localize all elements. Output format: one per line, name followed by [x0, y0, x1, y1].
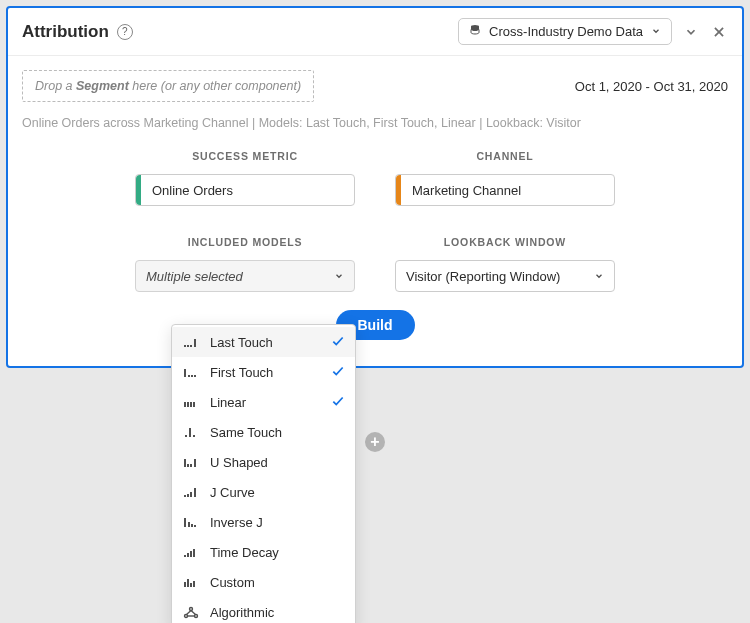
model-icon [182, 486, 200, 498]
model-icon [182, 605, 200, 619]
model-icon [182, 546, 200, 558]
model-option[interactable]: Inverse J [172, 507, 355, 537]
model-label: First Touch [210, 365, 273, 380]
svg-rect-18 [184, 459, 186, 467]
panel-title: Attribution [22, 22, 109, 42]
channel-value: Marketing Channel [412, 183, 521, 198]
svg-rect-5 [190, 345, 192, 347]
model-option[interactable]: Custom [172, 567, 355, 597]
svg-rect-37 [193, 581, 195, 587]
channel-field[interactable]: Marketing Channel [395, 174, 615, 206]
svg-line-42 [191, 611, 196, 615]
svg-rect-31 [187, 553, 189, 557]
model-label: Last Touch [210, 335, 273, 350]
add-panel-button[interactable]: + [365, 432, 385, 452]
svg-rect-6 [194, 339, 196, 347]
check-icon [331, 364, 345, 381]
lookback-window-select[interactable]: Visitor (Reporting Window) [395, 260, 615, 292]
svg-rect-32 [190, 551, 192, 557]
model-option[interactable]: Same Touch [172, 417, 355, 447]
svg-rect-11 [184, 402, 186, 407]
svg-point-39 [185, 615, 188, 618]
model-option[interactable]: Algorithmic [172, 597, 355, 623]
model-option[interactable]: J Curve [172, 477, 355, 507]
check-icon [331, 394, 345, 411]
svg-rect-27 [188, 522, 190, 527]
svg-line-41 [187, 611, 192, 615]
model-label: Algorithmic [210, 605, 274, 620]
close-icon[interactable] [710, 23, 728, 41]
model-label: Inverse J [210, 515, 263, 530]
label-included-models: INCLUDED MODELS [135, 236, 355, 254]
model-icon [182, 456, 200, 468]
model-option[interactable]: Time Decay [172, 537, 355, 567]
included-models-value: Multiple selected [146, 269, 243, 284]
metric-color-bar [136, 175, 141, 205]
svg-rect-14 [193, 402, 195, 407]
svg-rect-12 [187, 402, 189, 407]
svg-rect-7 [184, 369, 186, 377]
model-icon [182, 396, 200, 408]
success-metric-field[interactable]: Online Orders [135, 174, 355, 206]
svg-rect-3 [184, 345, 186, 347]
svg-rect-9 [191, 375, 193, 377]
svg-point-38 [190, 608, 193, 611]
build-row: Build [8, 292, 742, 366]
model-option[interactable]: Last Touch [172, 327, 355, 357]
svg-rect-20 [190, 464, 192, 467]
model-icon [182, 576, 200, 588]
svg-rect-30 [184, 555, 186, 557]
svg-rect-28 [191, 524, 193, 527]
svg-rect-33 [193, 549, 195, 557]
model-icon [182, 366, 200, 378]
model-option[interactable]: Linear [172, 387, 355, 417]
svg-rect-17 [193, 435, 195, 437]
dropzone-suffix: here (or any other component) [129, 79, 301, 93]
panel-header: Attribution ? Cross-Industry Demo Data [8, 8, 742, 56]
attribution-panel: Attribution ? Cross-Industry Demo Data D… [6, 6, 744, 368]
svg-rect-25 [194, 488, 196, 497]
svg-rect-19 [187, 464, 189, 467]
chevron-down-icon [651, 24, 661, 39]
svg-rect-16 [185, 435, 187, 437]
svg-rect-15 [189, 428, 191, 437]
model-label: Linear [210, 395, 246, 410]
panel-subtitle: Online Orders across Marketing Channel |… [8, 110, 742, 142]
svg-rect-34 [184, 582, 186, 587]
svg-point-40 [195, 615, 198, 618]
svg-rect-26 [184, 518, 186, 527]
dropzone-bold: Segment [76, 79, 129, 93]
database-icon [469, 24, 481, 39]
sub-header: Drop a Segment here (or any other compon… [8, 56, 742, 110]
data-source-selector[interactable]: Cross-Industry Demo Data [458, 18, 672, 45]
svg-rect-8 [188, 375, 190, 377]
chevron-down-icon [594, 269, 604, 284]
svg-rect-24 [190, 492, 192, 497]
model-icon [182, 516, 200, 528]
data-source-label: Cross-Industry Demo Data [489, 24, 643, 39]
model-label: Same Touch [210, 425, 282, 440]
collapse-icon[interactable] [682, 23, 700, 41]
model-label: Custom [210, 575, 255, 590]
model-option[interactable]: U Shaped [172, 447, 355, 477]
svg-rect-36 [190, 583, 192, 587]
included-models-select[interactable]: Multiple selected [135, 260, 355, 292]
model-option[interactable]: First Touch [172, 357, 355, 387]
svg-rect-4 [187, 345, 189, 347]
channel-color-bar [396, 175, 401, 205]
svg-rect-35 [187, 579, 189, 587]
model-label: J Curve [210, 485, 255, 500]
label-lookback-window: LOOKBACK WINDOW [395, 236, 615, 254]
svg-rect-21 [194, 459, 196, 467]
label-channel: CHANNEL [395, 150, 615, 168]
help-icon[interactable]: ? [117, 24, 133, 40]
chevron-down-icon [334, 269, 344, 284]
date-range[interactable]: Oct 1, 2020 - Oct 31, 2020 [575, 79, 728, 94]
lookback-window-value: Visitor (Reporting Window) [406, 269, 560, 284]
svg-rect-22 [184, 495, 186, 497]
dropzone-prefix: Drop a [35, 79, 76, 93]
svg-rect-10 [194, 375, 196, 377]
config-grid: SUCCESS METRIC CHANNEL Online Orders Mar… [135, 150, 615, 292]
label-success-metric: SUCCESS METRIC [135, 150, 355, 168]
segment-dropzone[interactable]: Drop a Segment here (or any other compon… [22, 70, 314, 102]
